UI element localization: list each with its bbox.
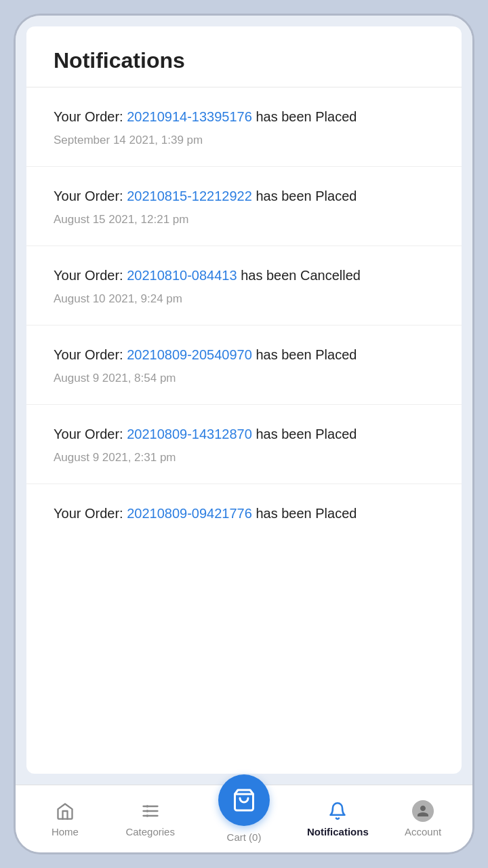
- nav-cart[interactable]: Cart (0): [193, 795, 296, 843]
- notifications-nav-label: Notifications: [307, 826, 369, 837]
- order-id-link[interactable]: 20210809-14312870: [127, 427, 252, 441]
- notification-timestamp: August 9 2021, 2:31 pm: [54, 451, 434, 465]
- notification-item[interactable]: Your Order: 20210809-09421776 has been P…: [26, 484, 462, 549]
- notification-timestamp: September 14 2021, 1:39 pm: [54, 134, 434, 147]
- categories-label: Categories: [125, 826, 175, 837]
- order-id-link[interactable]: 20210809-20540970: [127, 347, 252, 362]
- categories-icon: [140, 800, 161, 822]
- notification-timestamp: August 15 2021, 12:21 pm: [54, 213, 434, 226]
- notification-item[interactable]: Your Order: 20210914-13395176 has been P…: [26, 87, 462, 167]
- cart-label: Cart (0): [227, 831, 262, 843]
- page-title: Notifications: [54, 48, 434, 73]
- white-card: Notifications Your Order: 20210914-13395…: [26, 26, 462, 774]
- notification-text: Your Order: 20210815-12212922 has been P…: [54, 186, 434, 206]
- order-id-link[interactable]: 20210809-09421776: [127, 506, 252, 521]
- phone-frame: Notifications Your Order: 20210914-13395…: [14, 14, 474, 854]
- notification-text: Your Order: 20210809-20540970 has been P…: [54, 344, 434, 365]
- order-id-link[interactable]: 20210810-084413: [127, 268, 237, 283]
- bell-icon: [327, 800, 348, 822]
- notification-text: Your Order: 20210810-084413 has been Can…: [54, 265, 434, 285]
- nav-home[interactable]: Home: [22, 800, 108, 837]
- order-id-link[interactable]: 20210815-12212922: [127, 189, 252, 203]
- notification-item[interactable]: Your Order: 20210815-12212922 has been P…: [26, 167, 462, 246]
- page-title-section: Notifications: [26, 26, 462, 87]
- order-id-link[interactable]: 20210914-13395176: [127, 109, 252, 124]
- notifications-list: Your Order: 20210914-13395176 has been P…: [26, 87, 462, 774]
- notification-text: Your Order: 20210809-09421776 has been P…: [54, 503, 434, 524]
- notification-timestamp: August 9 2021, 8:54 pm: [54, 372, 434, 385]
- account-icon: [412, 800, 434, 822]
- nav-account[interactable]: Account: [380, 800, 466, 837]
- main-content: Notifications Your Order: 20210914-13395…: [16, 16, 472, 785]
- notification-timestamp: August 10 2021, 9:24 pm: [54, 292, 434, 306]
- notification-item[interactable]: Your Order: 20210809-14312870 has been P…: [26, 405, 462, 484]
- nav-categories[interactable]: Categories: [108, 800, 193, 837]
- notification-item[interactable]: Your Order: 20210809-20540970 has been P…: [26, 326, 462, 405]
- notification-text: Your Order: 20210809-14312870 has been P…: [54, 424, 434, 444]
- nav-notifications[interactable]: Notifications: [295, 800, 380, 837]
- account-label: Account: [405, 826, 441, 837]
- notification-item[interactable]: Your Order: 20210810-084413 has been Can…: [26, 246, 462, 326]
- home-icon: [54, 800, 76, 822]
- bottom-nav: Home Categories: [16, 785, 472, 852]
- notification-text: Your Order: 20210914-13395176 has been P…: [54, 106, 434, 127]
- cart-button[interactable]: [218, 774, 270, 826]
- home-label: Home: [52, 826, 79, 837]
